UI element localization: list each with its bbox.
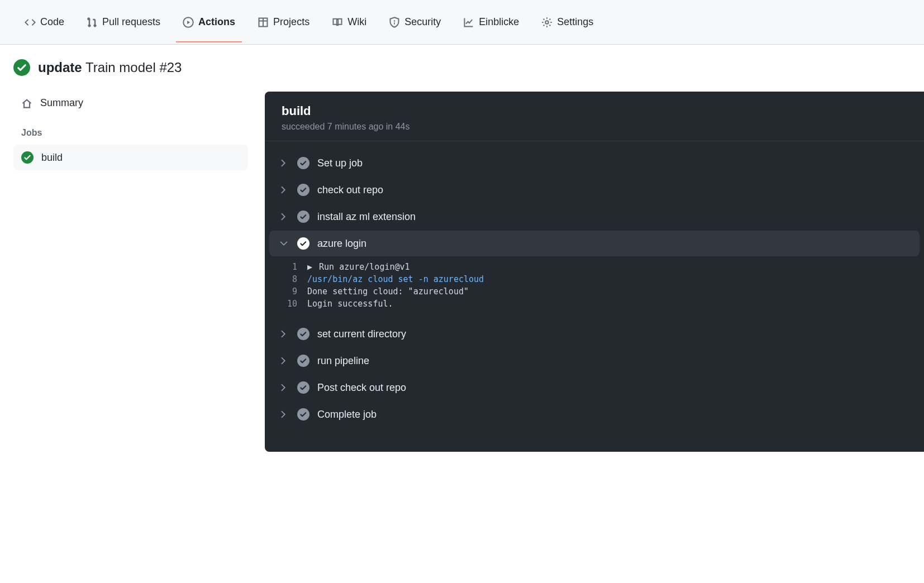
step-name: azure login — [317, 238, 366, 250]
step-row[interactable]: Set up job — [269, 150, 920, 176]
workflow-title-row: update Train model #23 — [13, 56, 924, 92]
chevron-right-icon — [278, 382, 289, 393]
workflow-title-bold: update — [38, 60, 82, 75]
check-circle-icon — [297, 328, 309, 340]
tab-projects[interactable]: Projects — [255, 2, 312, 42]
tab-code[interactable]: Code — [22, 2, 66, 42]
step-row[interactable]: set current directory — [269, 321, 920, 347]
log-line: 9Done setting cloud: "azurecloud" — [265, 285, 924, 298]
step-row[interactable]: Post check out repo — [269, 375, 920, 400]
tab-wiki-label: Wiki — [347, 16, 366, 28]
tab-code-label: Code — [40, 16, 64, 28]
log-line-text: Done setting cloud: "azurecloud" — [307, 286, 924, 297]
log-line-text: Login successful. — [307, 299, 924, 309]
chevron-right-icon — [278, 211, 289, 222]
job-header: build succeeded 7 minutes ago in 44s — [265, 92, 924, 141]
check-circle-icon — [297, 355, 309, 367]
sidebar: Summary Jobs build — [13, 92, 248, 452]
job-name: build — [282, 104, 907, 118]
home-icon — [21, 98, 32, 109]
play-icon — [183, 17, 194, 28]
repo-tabs: Code Pull requests Actions Projects Wiki… — [0, 0, 924, 45]
step-row[interactable]: run pipeline — [269, 348, 920, 374]
job-status-text: succeeded 7 minutes ago in 44s — [282, 122, 907, 132]
check-circle-icon — [297, 211, 309, 223]
step-name: Set up job — [317, 157, 363, 169]
log-line: 1▶ Run azure/login@v1 — [265, 261, 924, 273]
tab-insights[interactable]: Einblicke — [461, 2, 521, 42]
log-line-text: /usr/bin/az cloud set -n azurecloud — [307, 274, 924, 284]
code-icon — [25, 17, 36, 28]
shield-icon — [389, 17, 400, 28]
step-row[interactable]: install az ml extension — [269, 204, 920, 230]
log-line-number: 10 — [265, 299, 297, 309]
sidebar-jobs-heading: Jobs — [13, 114, 248, 145]
pull-request-icon — [87, 17, 98, 28]
chevron-right-icon — [278, 157, 289, 169]
job-panel: build succeeded 7 minutes ago in 44s Set… — [265, 92, 924, 452]
log-line-text: ▶ Run azure/login@v1 — [307, 262, 924, 272]
tab-security[interactable]: Security — [387, 2, 443, 42]
sidebar-summary[interactable]: Summary — [13, 92, 248, 114]
check-circle-icon — [297, 237, 309, 250]
log-line-number: 1 — [265, 262, 297, 272]
tab-actions-label: Actions — [198, 16, 235, 28]
graph-icon — [463, 17, 474, 28]
check-circle-icon — [13, 59, 30, 76]
chevron-right-icon — [278, 184, 289, 195]
tab-projects-label: Projects — [273, 16, 309, 28]
sidebar-summary-label: Summary — [40, 97, 83, 109]
steps-list: Set up jobcheck out repoinstall az ml ex… — [265, 141, 924, 432]
log-line-number: 8 — [265, 274, 297, 284]
projects-icon — [258, 17, 269, 28]
log-line: 8/usr/bin/az cloud set -n azurecloud — [265, 273, 924, 285]
workflow-title-suffix: Train model #23 — [85, 60, 182, 75]
log-line-number: 9 — [265, 286, 297, 297]
tab-actions[interactable]: Actions — [180, 2, 237, 42]
step-name: Complete job — [317, 409, 377, 420]
tab-pr-label: Pull requests — [102, 16, 160, 28]
check-circle-icon — [297, 381, 309, 394]
chevron-right-icon — [278, 355, 289, 366]
step-row[interactable]: Complete job — [269, 402, 920, 427]
chevron-right-icon — [278, 328, 289, 340]
tab-wiki[interactable]: Wiki — [330, 2, 369, 42]
step-name: set current directory — [317, 328, 406, 340]
tab-insights-label: Einblicke — [479, 16, 519, 28]
workflow-title: update Train model #23 — [38, 60, 182, 75]
step-name: Post check out repo — [317, 382, 406, 394]
check-circle-icon — [297, 157, 309, 169]
step-name: check out repo — [317, 184, 383, 196]
step-name: install az ml extension — [317, 211, 416, 223]
log-line: 10Login successful. — [265, 298, 924, 310]
step-log: 1▶ Run azure/login@v18/usr/bin/az cloud … — [265, 257, 924, 320]
sidebar-job-label: build — [41, 152, 63, 164]
tab-pull-requests[interactable]: Pull requests — [84, 2, 163, 42]
check-circle-icon — [297, 408, 309, 420]
check-circle-icon — [297, 184, 309, 196]
sidebar-job-build[interactable]: build — [13, 145, 248, 170]
gear-icon — [541, 17, 553, 28]
chevron-right-icon — [278, 409, 289, 420]
check-circle-icon — [21, 151, 34, 164]
chevron-down-icon — [278, 238, 289, 249]
step-row[interactable]: check out repo — [269, 177, 920, 203]
tab-settings-label: Settings — [557, 16, 593, 28]
book-icon — [332, 17, 343, 28]
tab-settings[interactable]: Settings — [539, 2, 596, 42]
step-row[interactable]: azure login — [269, 231, 920, 256]
tab-security-label: Security — [404, 16, 441, 28]
step-name: run pipeline — [317, 355, 369, 367]
